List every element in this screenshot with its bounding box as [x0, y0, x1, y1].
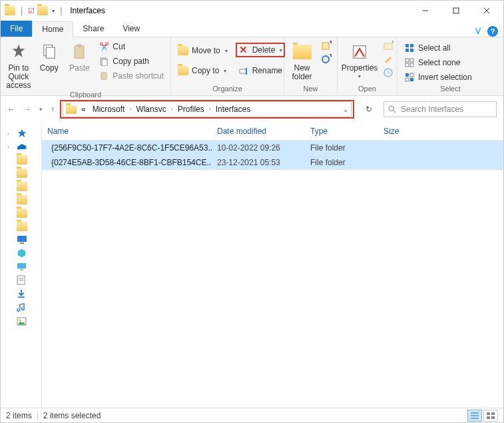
breadcrumb-item[interactable]: Profiles [176, 105, 206, 114]
search-placeholder: Search Interfaces [401, 105, 463, 114]
sidebar-quick-access[interactable]: › [1, 127, 41, 141]
up-button[interactable]: ↑ [51, 105, 55, 114]
svg-point-33 [389, 106, 393, 111]
maximize-button[interactable] [441, 1, 471, 21]
group-open-label: Open [342, 85, 393, 94]
address-bar-highlight: « Microsoft› Wlansvc› Profiles› Interfac… [60, 100, 354, 119]
back-button[interactable]: ← [7, 105, 15, 114]
invert-selection-button[interactable]: Invert selection [401, 71, 475, 84]
group-organize-label: Organize [175, 85, 280, 94]
select-all-button[interactable]: Select all [401, 41, 475, 55]
breadcrumb-item[interactable]: Wlansvc [134, 105, 168, 114]
address-bar[interactable]: « Microsoft› Wlansvc› Profiles› Interfac… [63, 101, 352, 117]
select-none-icon [404, 57, 415, 68]
sidebar-music[interactable] [1, 301, 41, 315]
tab-view[interactable]: View [113, 21, 149, 37]
edit-icon[interactable] [381, 53, 395, 65]
breadcrumb-item[interactable]: Microsoft [91, 105, 127, 114]
sidebar-folder[interactable] [1, 220, 41, 233]
file-row[interactable]: {0274E5AB-3D58-46CE-8BF1-CBFB154CE... 23… [42, 155, 503, 170]
details-view-button[interactable] [467, 410, 482, 422]
nav-row: ← → ▾ ↑ « Microsoft› Wlansvc› Profiles› … [1, 96, 503, 123]
nav-pane[interactable]: › › [1, 123, 42, 408]
sidebar-folder[interactable] [1, 193, 41, 207]
refresh-button[interactable]: ↻ [360, 105, 378, 114]
sidebar-this-pc[interactable] [1, 233, 41, 246]
sidebar-pictures[interactable] [1, 315, 41, 328]
svg-rect-36 [20, 242, 24, 244]
sidebar-folder[interactable] [1, 167, 41, 180]
copy-path-button[interactable]: Copy path [96, 55, 166, 68]
folder-icon [17, 195, 27, 205]
sidebar-documents[interactable] [1, 273, 41, 287]
svg-rect-37 [17, 263, 26, 268]
status-divider [37, 411, 38, 420]
sidebar-onedrive[interactable]: › [1, 141, 41, 153]
ribbon-collapse-icon[interactable]: ᐯ [475, 27, 481, 36]
properties-button[interactable]: Properties ▾ [342, 39, 378, 80]
sidebar-desktop[interactable] [1, 260, 41, 273]
svg-rect-28 [410, 63, 413, 67]
sidebar-folder[interactable] [1, 153, 41, 167]
tab-file[interactable]: File [1, 21, 32, 37]
chevron-right-icon[interactable]: › [209, 106, 211, 113]
forward-button[interactable]: → [23, 105, 31, 114]
open-icon[interactable]: ▾ [381, 40, 395, 52]
tab-home[interactable]: Home [32, 21, 73, 37]
minimize-button[interactable] [410, 1, 441, 21]
pin-label: Pin to Quick access [5, 64, 33, 91]
col-name[interactable]: Name [42, 125, 212, 137]
folder-icon [17, 209, 27, 218]
select-none-button[interactable]: Select none [401, 56, 475, 69]
copy-to-button[interactable]: Copy to▾ [175, 64, 230, 77]
chevron-right-icon[interactable]: › [129, 106, 131, 113]
new-folder-button[interactable]: New folder [288, 39, 316, 81]
pin-to-quick-access-button[interactable]: Pin to Quick access [5, 39, 33, 91]
svg-rect-22 [410, 44, 413, 47]
folder-icon [17, 222, 27, 231]
file-row[interactable]: {256F9C50-17F7-4A2E-8C6C-1F5CE96A53... 1… [42, 141, 503, 155]
thumbnails-view-button[interactable] [483, 410, 498, 422]
recent-dropdown-icon[interactable]: ▾ [39, 106, 43, 113]
sidebar-downloads[interactable] [1, 287, 41, 301]
group-select-label: Select [401, 85, 499, 94]
qat-dropdown-icon[interactable]: ▾ [52, 8, 55, 14]
window-title: Interfaces [70, 6, 105, 15]
close-button[interactable] [471, 1, 502, 21]
folder-icon [17, 182, 27, 191]
col-size[interactable]: Size [378, 125, 503, 137]
col-date[interactable]: Date modified [212, 125, 305, 137]
history-icon[interactable] [381, 67, 395, 79]
svg-line-34 [393, 111, 395, 113]
svg-rect-35 [17, 236, 27, 242]
sidebar-folder[interactable] [1, 207, 41, 220]
sidebar-3d-objects[interactable] [1, 246, 41, 260]
help-icon[interactable]: ? [487, 26, 498, 37]
paste-shortcut-button[interactable]: Paste shortcut [96, 69, 166, 83]
scissors-icon: ✂️ [99, 41, 109, 52]
qat-folder-icon[interactable] [37, 6, 48, 15]
col-type[interactable]: Type [305, 125, 378, 137]
move-to-button[interactable]: Move to▾ [175, 44, 230, 57]
tab-share[interactable]: Share [73, 21, 113, 37]
address-dropdown-icon[interactable]: ⌄ [343, 106, 348, 113]
easy-access-icon[interactable]: ▾ [320, 53, 333, 65]
breadcrumb-item[interactable]: Interfaces [214, 105, 253, 114]
paste-button[interactable]: Paste [66, 39, 94, 73]
qat-checkbox-icon[interactable]: ☑ [28, 7, 35, 15]
copy-button[interactable]: Copy [35, 39, 63, 73]
cut-button[interactable]: ✂️Cut [96, 40, 166, 53]
status-selected-count: 2 items selected [43, 411, 101, 420]
sidebar-folder[interactable] [1, 180, 41, 193]
svg-rect-30 [410, 73, 413, 77]
delete-button[interactable]: ✕Delete▾ [236, 43, 286, 57]
picture-icon [17, 317, 27, 326]
svg-rect-31 [405, 78, 409, 81]
search-box[interactable]: Search Interfaces [383, 101, 497, 117]
chevron-right-icon[interactable]: › [171, 106, 173, 113]
svg-point-44 [19, 319, 21, 321]
svg-rect-9 [102, 59, 107, 66]
svg-rect-25 [405, 59, 409, 62]
new-item-icon[interactable]: ▾ [320, 40, 333, 52]
rename-button[interactable]: Rename [236, 64, 286, 77]
